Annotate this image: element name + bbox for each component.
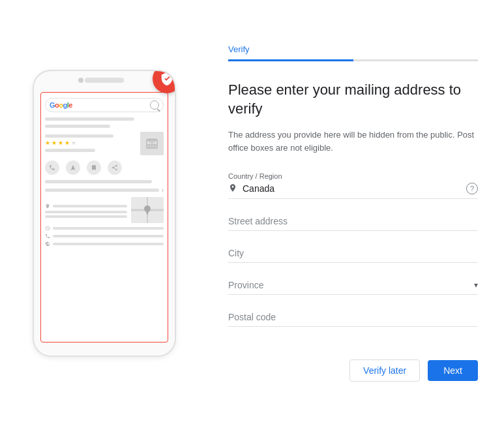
tab-placeholder — [353, 44, 479, 61]
province-select[interactable]: Province Alberta British Columbia Manito… — [228, 276, 478, 294]
country-label: Country / Region — [228, 172, 478, 180]
directions-icon — [70, 164, 76, 171]
save-circle-icon — [87, 160, 101, 175]
biz-image — [140, 132, 164, 155]
shield-badge — [153, 70, 176, 93]
ph-bar — [45, 211, 127, 213]
ph-bar — [45, 149, 95, 152]
progress-tabs: Verify — [228, 44, 478, 61]
ph-bar — [45, 125, 110, 128]
nav-row: › — [45, 186, 164, 194]
phone-row — [45, 234, 164, 239]
ph-bar — [45, 189, 159, 192]
clock-icon — [45, 226, 50, 231]
street-input[interactable] — [228, 212, 478, 231]
phone-content: ★ ★ ★ ★ ★ — [41, 115, 168, 342]
google-search-bar: Google — [45, 98, 164, 112]
phone-mockup: Google ★ ★ ★ — [33, 70, 176, 357]
country-input[interactable] — [243, 183, 461, 194]
ph-bar — [45, 134, 113, 138]
loc-row — [45, 204, 127, 209]
left-panel: Google ★ ★ ★ — [0, 70, 209, 357]
stars-row: ★ ★ ★ ★ ★ — [45, 140, 136, 146]
star: ★ — [65, 140, 70, 146]
star: ★ — [45, 140, 51, 146]
map-thumbnail — [131, 197, 164, 223]
store-icon — [145, 136, 159, 151]
phone-notch — [85, 78, 124, 83]
globe-icon — [45, 241, 50, 247]
ph-bar — [53, 235, 164, 237]
star: ★ — [52, 140, 57, 146]
chevron-right-icon: › — [162, 187, 164, 194]
button-row: Verify later Next — [228, 359, 478, 382]
share-circle-icon — [108, 160, 122, 175]
form-description: The address you provide here will be hid… — [228, 129, 478, 154]
country-input-row: ? — [228, 183, 478, 199]
map-row — [45, 197, 164, 223]
ph-bar — [53, 205, 127, 207]
website-row — [45, 241, 164, 247]
ph-bar — [53, 227, 164, 230]
business-card: ★ ★ ★ ★ ★ — [45, 132, 164, 155]
ph-bar — [45, 180, 152, 183]
tab-verify-label: Verify — [228, 44, 250, 54]
location-icon — [45, 204, 50, 209]
directions-circle-icon — [66, 160, 80, 175]
next-button[interactable]: Next — [428, 360, 478, 381]
map-preview — [131, 197, 164, 223]
province-select-wrapper: Province Alberta British Columbia Manito… — [228, 276, 478, 295]
ph-bar — [45, 117, 134, 121]
right-panel: Verify Please enter your mailing address… — [209, 25, 504, 401]
icon-row — [45, 160, 164, 175]
map-text-info — [45, 202, 127, 218]
search-icon — [150, 100, 159, 110]
page-wrapper: Google ★ ★ ★ — [0, 0, 504, 426]
phone-icon — [49, 164, 55, 171]
bookmark-icon — [91, 164, 97, 171]
shield-icon — [160, 72, 174, 86]
pin-icon — [228, 183, 237, 194]
province-group: Province Alberta British Columbia Manito… — [228, 276, 478, 295]
share-icon — [111, 164, 118, 171]
ph-bar — [53, 243, 164, 245]
country-group: Country / Region ? — [228, 172, 478, 199]
star: ★ — [58, 140, 64, 146]
google-logo: Google — [50, 101, 72, 109]
verify-later-button[interactable]: Verify later — [349, 359, 420, 382]
hours-row — [45, 226, 164, 231]
help-icon[interactable]: ? — [466, 183, 478, 194]
postal-group — [228, 308, 478, 327]
biz-info: ★ ★ ★ ★ ★ — [45, 132, 136, 155]
phone-screen: Google ★ ★ ★ — [40, 92, 168, 342]
form-title: Please enter your mailing address to ver… — [228, 81, 478, 118]
city-input[interactable] — [228, 244, 478, 263]
ph-bar — [45, 215, 127, 218]
tab-verify: Verify — [228, 44, 353, 61]
star: ★ — [71, 140, 77, 146]
city-group — [228, 244, 478, 263]
phone-circle-icon — [45, 160, 59, 175]
street-group — [228, 212, 478, 231]
phone-small-icon — [45, 234, 50, 239]
phone-camera — [78, 78, 83, 83]
postal-input[interactable] — [228, 308, 478, 327]
